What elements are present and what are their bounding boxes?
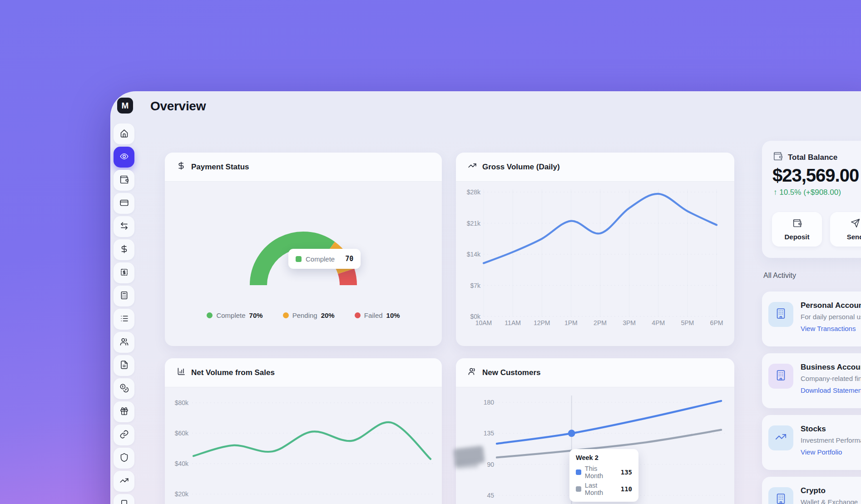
icon-tile	[768, 425, 793, 450]
total-balance-label: Total Balance	[788, 153, 837, 162]
eye-icon	[119, 152, 129, 163]
sidebar-item-security[interactable]	[114, 448, 134, 469]
legend-item-complete: Complete 70%	[207, 311, 262, 319]
all-activity-heading: All Activity	[763, 272, 796, 280]
svg-text:$20k: $20k	[175, 490, 189, 498]
gauge-legend: Complete 70% Pending 20% Failed 10%	[165, 311, 442, 319]
activity-subtitle: Wallet & Exchange	[801, 497, 858, 504]
svg-text:$7k: $7k	[470, 282, 481, 289]
trending-up-icon	[468, 161, 477, 173]
gross-volume-card: Gross Volume (Daily) $28k$21k$14k$7k$0k1…	[456, 153, 734, 346]
sidebar-item-transfers[interactable]	[114, 216, 134, 237]
activity-text: Personal Account For daily personal use …	[801, 301, 861, 333]
deposit-label: Deposit	[784, 233, 809, 241]
activity-text: Crypto Wallet & Exchange	[801, 486, 858, 504]
card-title: Payment Status	[191, 163, 249, 172]
users-icon	[119, 337, 129, 348]
list-icon	[119, 314, 129, 325]
net-volume-body: $80k$60k$40k$20k	[165, 387, 442, 504]
activity-item-business-account[interactable]: Business Account Company-related finance…	[762, 353, 861, 408]
sidebar-item-calculator[interactable]	[114, 286, 134, 306]
legend-item-failed: Failed 10%	[355, 311, 400, 319]
svg-text:$40k: $40k	[175, 460, 189, 467]
page-title: Overview	[150, 99, 206, 114]
send-label: Send	[847, 233, 861, 241]
blue-swatch	[576, 469, 581, 475]
tooltip-row: This Month 135	[576, 465, 632, 479]
activity-item-crypto[interactable]: Crypto Wallet & Exchange	[762, 477, 861, 504]
sidebar-item-payments[interactable]	[114, 239, 134, 260]
svg-text:90: 90	[487, 461, 494, 468]
arrows-left-right-icon	[119, 221, 129, 232]
net-volume-chart[interactable]: $80k$60k$40k$20k	[165, 387, 442, 504]
activity-title: Business Account	[801, 362, 861, 372]
sidebar-item-home[interactable]	[114, 124, 134, 144]
building-icon	[775, 369, 787, 383]
svg-text:6PM: 6PM	[710, 319, 723, 326]
new-customers-body: 1801359045 Week 2 This Month 135 Last Mo…	[456, 387, 734, 504]
activity-item-personal-account[interactable]: Personal Account For daily personal use …	[762, 292, 861, 346]
calculator-icon	[119, 291, 129, 302]
icon-tile	[768, 364, 793, 389]
balance-change: ↑ 10.5% (+$908.00)	[773, 188, 841, 197]
sidebar-item-analytics[interactable]	[114, 471, 134, 492]
icon-tile	[768, 302, 793, 327]
sidebar-item-lists[interactable]	[114, 309, 134, 330]
sidebar-item-rewards[interactable]	[114, 401, 134, 422]
coins-icon	[119, 383, 129, 395]
balance-amount: $23,569.00	[772, 165, 859, 186]
gross-volume-chart[interactable]: $28k$21k$14k$7k$0k10AM11AM12PM1PM2PM3PM4…	[456, 182, 734, 346]
svg-text:3PM: 3PM	[623, 319, 636, 326]
trending-up-icon	[775, 431, 787, 445]
device-icon	[119, 499, 129, 504]
sidebar-item-invoices[interactable]	[114, 262, 134, 283]
trending-up-icon	[119, 476, 129, 487]
gross-volume-body: $28k$21k$14k$7k$0k10AM11AM12PM1PM2PM3PM4…	[456, 182, 734, 346]
sidebar-item-documents[interactable]	[114, 355, 134, 376]
link-icon	[119, 430, 129, 441]
send-icon	[851, 218, 860, 229]
card-title: Net Volume from Sales	[191, 368, 275, 377]
svg-text:5PM: 5PM	[681, 319, 694, 326]
sidebar-item-wallet[interactable]	[114, 170, 134, 191]
deposit-button[interactable]: Deposit	[772, 212, 822, 247]
sidebar-item-customers[interactable]	[114, 332, 134, 353]
sidebar-item-links[interactable]	[114, 425, 134, 445]
dollar-sign-icon	[177, 161, 186, 173]
app-logo[interactable]: M	[117, 98, 133, 114]
sidebar-item-cards[interactable]	[114, 193, 134, 214]
gift-icon	[119, 406, 129, 418]
tooltip-title: Week 2	[576, 454, 632, 461]
activity-subtitle: Company-related finances	[801, 374, 861, 383]
sidebar-item-coins[interactable]	[114, 378, 134, 399]
orange-dot-icon	[283, 312, 289, 318]
activity-link[interactable]: Download Statement	[801, 385, 861, 395]
shield-icon	[119, 453, 129, 464]
card-title: New Customers	[482, 368, 540, 377]
activity-item-stocks[interactable]: Stocks Investment Performance View Portf…	[762, 415, 861, 470]
legend-item-pending: Pending 20%	[283, 311, 335, 319]
activity-link[interactable]: View Portfolio	[801, 447, 861, 457]
tooltip-label: Complete	[306, 255, 335, 263]
sidebar-item-devices[interactable]	[114, 494, 134, 504]
svg-text:10AM: 10AM	[475, 319, 492, 326]
svg-text:2PM: 2PM	[594, 319, 607, 326]
send-button[interactable]: Send	[830, 212, 861, 247]
tooltip-row: Last Month 110	[576, 482, 632, 496]
bar-chart-icon	[177, 367, 186, 378]
svg-text:135: 135	[484, 430, 495, 437]
gross-volume-header: Gross Volume (Daily)	[456, 153, 734, 182]
activity-link[interactable]: View Transactions	[801, 324, 861, 333]
dollar-sign-icon	[119, 244, 129, 256]
svg-text:12PM: 12PM	[534, 319, 550, 326]
svg-text:$14k: $14k	[467, 251, 481, 258]
svg-text:$21k: $21k	[467, 220, 481, 227]
svg-text:1PM: 1PM	[564, 319, 578, 326]
svg-text:$60k: $60k	[175, 430, 189, 437]
svg-text:$28k: $28k	[467, 188, 481, 196]
wallet-icon	[792, 218, 802, 229]
red-dot-icon	[355, 312, 361, 318]
svg-text:$80k: $80k	[175, 399, 189, 406]
sidebar-item-overview[interactable]	[114, 147, 134, 168]
total-balance-row: Total Balance	[773, 151, 837, 163]
